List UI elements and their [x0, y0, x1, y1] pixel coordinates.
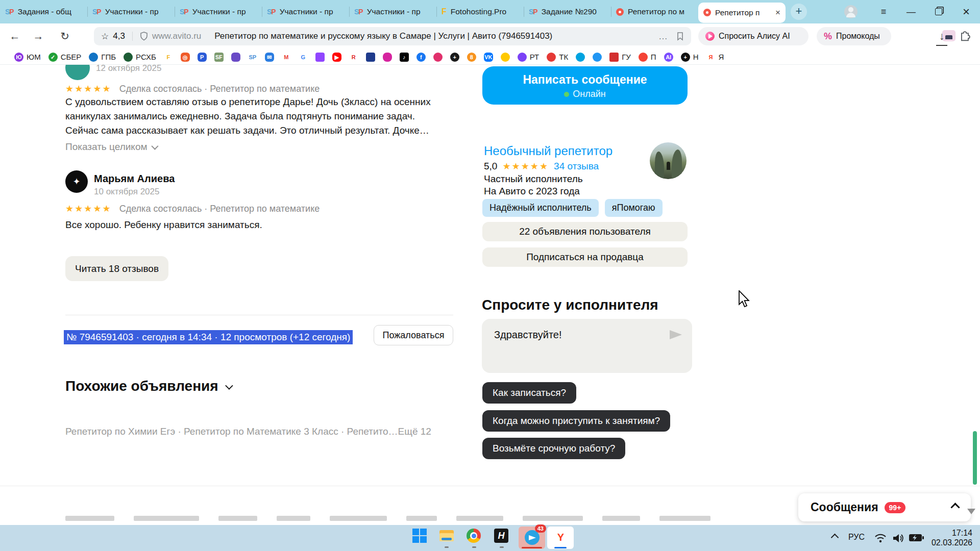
browser-tab[interactable]: SP Участники - пр: [349, 0, 436, 23]
bookmark-item[interactable]: G: [299, 53, 308, 62]
bookmark-item[interactable]: + Н: [681, 53, 699, 62]
bookmark-item[interactable]: РТ: [518, 53, 540, 62]
bookmark-flag-icon[interactable]: [676, 32, 684, 41]
bookmark-item[interactable]: SP: [248, 53, 257, 62]
quick-question-button[interactable]: Как записаться?: [482, 382, 576, 404]
file-explorer-icon[interactable]: [439, 529, 454, 544]
bookmark-item[interactable]: РСХБ: [124, 53, 156, 62]
bookmark-favicon: 8: [467, 53, 476, 62]
bookmark-item[interactable]: ГПБ: [89, 53, 116, 62]
running-app-dot: [500, 546, 504, 548]
wifi-icon[interactable]: [874, 532, 887, 545]
report-button[interactable]: Пожаловаться: [374, 325, 453, 345]
scrollbar-thumb[interactable]: [973, 431, 977, 485]
minimize-button[interactable]: —: [897, 0, 925, 23]
subscribe-button[interactable]: Подписаться на продавца: [482, 247, 688, 267]
extensions-puzzle-icon[interactable]: [959, 28, 972, 44]
browser-tab-active[interactable]: Репетитор п ×: [698, 3, 786, 23]
close-button[interactable]: ×: [952, 0, 980, 23]
sp-favicon: SP: [180, 8, 188, 16]
scrollbar-down-arrow[interactable]: [967, 509, 975, 514]
downloads-icon[interactable]: ↓: [936, 28, 947, 46]
similar-listings-links[interactable]: Репетитор по Химии Егэ · Репетитор по Ма…: [65, 426, 431, 437]
bookmark-item[interactable]: [501, 53, 510, 62]
write-message-button[interactable]: Написать сообщение Онлайн: [482, 66, 688, 105]
volume-icon[interactable]: [891, 532, 904, 545]
tab-close-icon[interactable]: ×: [775, 8, 780, 18]
more-icon[interactable]: …: [658, 31, 669, 42]
bookmark-item[interactable]: [383, 53, 392, 62]
browser-tab[interactable]: SP Задания - общ: [0, 0, 87, 23]
bookmark-item[interactable]: [576, 53, 585, 62]
browser-tab[interactable]: SP Задание №290: [524, 0, 611, 23]
bookmark-item[interactable]: [366, 53, 375, 62]
read-all-reviews-button[interactable]: Читать 18 отзывов: [65, 256, 168, 281]
bookmark-item[interactable]: SF: [214, 53, 224, 62]
browser-tab[interactable]: F Fotohosting.Pro: [436, 0, 524, 23]
bookmark-item[interactable]: R: [349, 53, 358, 62]
reload-button[interactable]: ↻: [56, 28, 74, 44]
browser-tabstrip: SP Задания - общ SP Участники - пр SP Уч…: [0, 0, 980, 23]
bookmark-item[interactable]: AI: [664, 53, 673, 62]
bookmark-item[interactable]: ▶: [332, 53, 341, 62]
bookmark-item[interactable]: Я Я: [706, 53, 724, 62]
browser-tab[interactable]: Репетитор по м: [611, 0, 698, 23]
yandex-browser-icon[interactable]: Y: [547, 527, 574, 549]
bookmark-item[interactable]: ✉: [265, 53, 274, 62]
clock[interactable]: 17:14 02.03.2026: [919, 528, 972, 547]
bookmark-item[interactable]: ◎: [181, 53, 190, 62]
seller-reviews-link[interactable]: 34 отзыва: [554, 161, 599, 172]
bookmark-item[interactable]: ♪: [400, 53, 409, 62]
messages-panel[interactable]: Сообщения 99+: [798, 493, 971, 521]
fotohosting-favicon: F: [442, 7, 447, 16]
h-app-icon[interactable]: H: [494, 529, 509, 544]
bookmark-item[interactable]: [315, 53, 325, 62]
seller-name-link[interactable]: Необычный репетитор: [484, 144, 612, 158]
bookmark-item[interactable]: [433, 53, 443, 62]
bookmark-item[interactable]: П: [639, 53, 656, 62]
bookmark-item[interactable]: [593, 53, 602, 62]
bookmark-item[interactable]: f: [416, 53, 426, 62]
seller-items-button[interactable]: 22 объявления пользователя: [482, 222, 688, 241]
bookmark-item[interactable]: ✓ СБЕР: [48, 53, 82, 62]
chevron-up-icon[interactable]: [950, 503, 960, 512]
seller-avatar-photo[interactable]: [650, 142, 687, 179]
browser-tab[interactable]: SP Участники - пр: [262, 0, 349, 23]
address-bar[interactable]: ☆ 4,3 www.avito.ru Репетитор по математи…: [94, 27, 691, 45]
quick-question-button[interactable]: Когда можно приступить к занятиям?: [482, 410, 670, 432]
start-button[interactable]: [412, 529, 428, 544]
site-rating-star-icon[interactable]: ☆: [101, 31, 109, 42]
keyboard-language[interactable]: РУС: [848, 533, 865, 542]
forward-button[interactable]: →: [30, 28, 47, 44]
restore-button[interactable]: [925, 0, 952, 23]
alice-ai-button[interactable]: Спросить Алису AI: [698, 27, 808, 45]
ask-message-input[interactable]: Здравствуйте!: [482, 319, 692, 373]
bookmark-item[interactable]: F: [164, 53, 173, 62]
menu-icon[interactable]: ≡: [870, 0, 897, 23]
security-shield-icon[interactable]: [140, 32, 148, 41]
browser-tab[interactable]: SP Участники - пр: [175, 0, 262, 23]
bookmark-item[interactable]: 8: [467, 53, 476, 62]
bookmark-item[interactable]: VK: [484, 53, 493, 62]
show-full-review-link[interactable]: Показать целиком: [65, 141, 157, 153]
bookmark-item[interactable]: [231, 53, 240, 62]
profile-icon[interactable]: [844, 5, 857, 18]
send-icon[interactable]: [670, 330, 682, 339]
tab-title: Участники - пр: [105, 7, 159, 16]
promo-button[interactable]: % Промокоды: [817, 27, 891, 45]
bookmark-item[interactable]: Ю ЮМ: [14, 53, 41, 62]
bookmark-item[interactable]: ТК: [547, 53, 568, 62]
browser-tab[interactable]: SP Участники - пр: [87, 0, 175, 23]
footer-link-placeholder: [218, 516, 257, 521]
quick-question-button[interactable]: Возьмёте срочную работу?: [482, 438, 625, 459]
telegram-icon[interactable]: 43: [519, 527, 545, 549]
bookmark-item[interactable]: M: [282, 53, 291, 62]
similar-listings-heading[interactable]: Похожие объявления: [65, 378, 231, 394]
url-host[interactable]: www.avito.ru: [152, 31, 201, 41]
new-tab-button[interactable]: +: [791, 4, 807, 20]
bookmark-item[interactable]: +: [450, 53, 459, 62]
chrome-icon[interactable]: [467, 529, 482, 544]
bookmark-item[interactable]: P: [198, 53, 207, 62]
back-button[interactable]: ←: [6, 28, 23, 44]
bookmark-item[interactable]: ГУ: [609, 53, 631, 62]
